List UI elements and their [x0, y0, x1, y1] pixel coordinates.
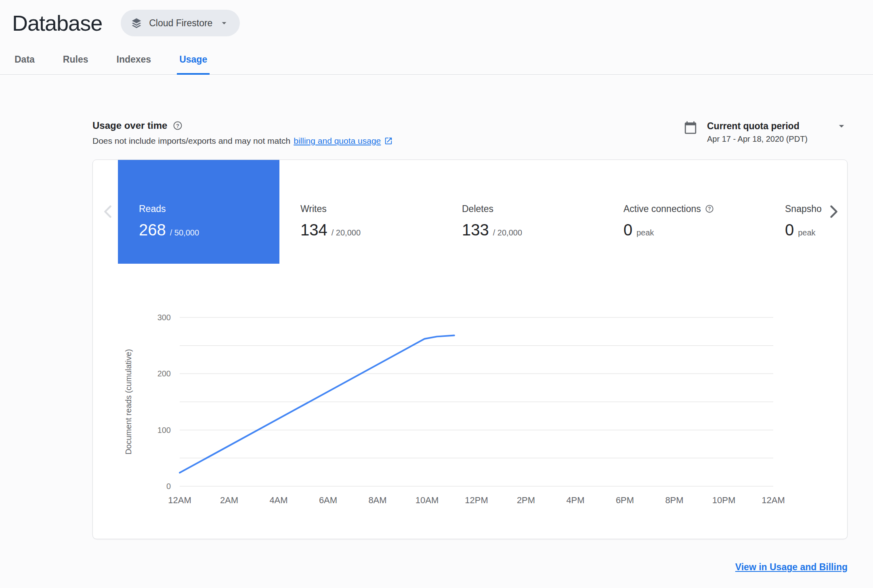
open-in-new-icon — [384, 136, 393, 145]
chevron-down-icon — [219, 18, 229, 28]
metrics-scroll-left-button[interactable] — [99, 202, 118, 221]
dropdown-caret-icon — [835, 120, 848, 132]
metric-tile-reads[interactable]: Reads 268/ 50,000 — [118, 160, 279, 264]
usage-heading-block: Usage over time ? Does not include impor… — [92, 120, 393, 146]
billing-quota-link[interactable]: billing and quota usage — [294, 136, 393, 146]
usage-card: Reads 268/ 50,000 Writes 134/ 20,000 Del… — [92, 160, 848, 539]
tab-data[interactable]: Data — [12, 48, 37, 75]
svg-text:12AM: 12AM — [762, 495, 785, 505]
svg-text:8AM: 8AM — [368, 495, 386, 505]
tab-usage[interactable]: Usage — [177, 48, 210, 75]
metric-tile-deletes[interactable]: Deletes 133/ 20,000 — [441, 160, 602, 264]
tab-rules[interactable]: Rules — [61, 48, 91, 75]
view-usage-billing-link[interactable]: View in Usage and Billing — [735, 562, 848, 572]
usage-section-header: Usage over time ? Does not include impor… — [92, 120, 848, 146]
svg-text:4AM: 4AM — [269, 495, 288, 505]
usage-chart: 010020030012AM2AM4AM6AM8AM10AM12PM2PM4PM… — [93, 297, 848, 523]
svg-text:6PM: 6PM — [616, 495, 634, 505]
metric-name: Active connections — [623, 204, 701, 214]
metric-name: Writes — [300, 204, 441, 214]
metric-name: Deletes — [462, 204, 602, 214]
page-title: Database — [12, 10, 102, 36]
svg-text:6AM: 6AM — [319, 495, 337, 505]
svg-text:12PM: 12PM — [465, 495, 488, 505]
svg-text:2AM: 2AM — [220, 495, 238, 505]
quota-period-range: Apr 17 - Apr 18, 2020 (PDT) — [707, 134, 848, 144]
usage-subtitle-text: Does not include imports/exports and may… — [92, 136, 290, 146]
usage-subtitle: Does not include imports/exports and may… — [92, 136, 393, 146]
svg-text:2PM: 2PM — [517, 495, 535, 505]
svg-text:200: 200 — [157, 369, 171, 378]
calendar-icon — [684, 121, 697, 144]
metric-value-row: 0peak — [785, 221, 848, 239]
metrics-scroll-right-button[interactable] — [824, 202, 843, 221]
help-icon[interactable]: ? — [705, 204, 714, 213]
product-selector-label: Cloud Firestore — [149, 18, 212, 29]
metric-tile-writes[interactable]: Writes 134/ 20,000 — [279, 160, 441, 264]
metric-tile-active-connections[interactable]: Active connections ? 0peak — [602, 160, 764, 264]
tab-indexes[interactable]: Indexes — [114, 48, 154, 75]
quota-period-label: Current quota period — [707, 121, 800, 132]
svg-text:0: 0 — [166, 482, 171, 491]
svg-text:12AM: 12AM — [168, 495, 191, 505]
svg-text:100: 100 — [157, 426, 171, 435]
svg-text:10AM: 10AM — [416, 495, 439, 505]
help-icon[interactable]: ? — [173, 121, 183, 130]
tab-bar: Data Rules Indexes Usage — [0, 48, 873, 75]
metric-value-row: 133/ 20,000 — [462, 221, 602, 239]
firestore-icon — [130, 17, 143, 29]
svg-text:10PM: 10PM — [712, 495, 735, 505]
metric-value-row: 0peak — [623, 221, 764, 239]
usage-heading: Usage over time — [92, 120, 167, 131]
footer: View in Usage and Billing — [92, 562, 848, 573]
product-selector[interactable]: Cloud Firestore — [121, 10, 240, 36]
page-header: Database Cloud Firestore — [0, 0, 873, 36]
svg-text:Document reads (cumulative): Document reads (cumulative) — [124, 349, 133, 454]
metric-tiles: Reads 268/ 50,000 Writes 134/ 20,000 Del… — [118, 160, 848, 264]
svg-text:4PM: 4PM — [566, 495, 584, 505]
svg-text:8PM: 8PM — [665, 495, 683, 505]
quota-period-selector[interactable]: Current quota period Apr 17 - Apr 18, 20… — [684, 120, 848, 144]
metric-value-row: 134/ 20,000 — [300, 221, 441, 239]
svg-text:300: 300 — [157, 313, 171, 322]
svg-text:?: ? — [176, 123, 179, 129]
svg-text:?: ? — [708, 206, 711, 212]
billing-quota-link-label: billing and quota usage — [294, 136, 381, 146]
metric-name: Reads — [139, 204, 279, 214]
metric-value-row: 268/ 50,000 — [139, 221, 279, 239]
